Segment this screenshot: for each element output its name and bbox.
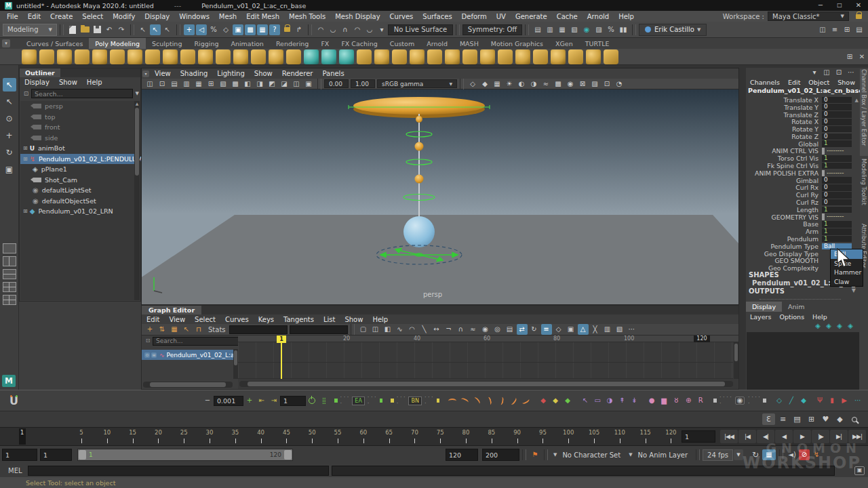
channel-row-translate-x[interactable]: Translate X0 bbox=[746, 96, 860, 104]
shelf-tab-rendering[interactable]: Rendering bbox=[270, 38, 315, 49]
time-tick-35[interactable]: 35 bbox=[225, 429, 245, 436]
plateau-tangent-icon[interactable] bbox=[520, 395, 531, 406]
outliner-item-side[interactable]: side bbox=[20, 133, 134, 144]
pin-channel-box-icon[interactable]: ⊡ bbox=[833, 67, 844, 78]
shelf-item-multi-cut-icon[interactable] bbox=[462, 49, 477, 64]
channel-row-pendulum[interactable]: Pendulum1 bbox=[746, 235, 860, 243]
shelf-tab-custom[interactable]: Custom bbox=[384, 38, 420, 49]
safe-action-icon[interactable]: ◫ bbox=[291, 79, 302, 89]
screen-space-ao-icon[interactable]: ◑ bbox=[528, 79, 539, 89]
post-infinity-icon[interactable]: ▧ bbox=[614, 324, 625, 335]
menu-surfaces[interactable]: Surfaces bbox=[418, 13, 456, 20]
default-in-tangent-icon[interactable]: ◉ bbox=[480, 324, 491, 335]
ge-menu-curves[interactable]: Curves bbox=[220, 316, 254, 323]
shelf-item-boolean-difference-icon[interactable] bbox=[321, 49, 336, 64]
wireframe-mode-icon[interactable]: ◇ bbox=[467, 79, 478, 89]
construction-history-icon[interactable]: ∩ bbox=[340, 24, 351, 35]
curve-snap-a-icon[interactable]: ◠ bbox=[352, 24, 363, 35]
layer-tab-display[interactable]: Display bbox=[746, 302, 782, 312]
layer-list-area[interactable] bbox=[747, 332, 859, 390]
blend-slider-end-icon[interactable] bbox=[437, 399, 440, 403]
animation-start-field[interactable] bbox=[2, 449, 37, 461]
walk-fwd-icon[interactable]: ↟ bbox=[616, 395, 627, 406]
four-pane-layout-button[interactable] bbox=[3, 282, 16, 292]
user-account-chip[interactable]: Erik Castillo▼ bbox=[639, 24, 707, 36]
snap-to-point-icon[interactable]: % bbox=[208, 24, 219, 35]
channel-row-geometry-vis[interactable]: GEOMETRY VIS-------- bbox=[746, 214, 860, 221]
single-pane-layout-button[interactable] bbox=[3, 243, 16, 253]
gamma-field[interactable]: 1.00 bbox=[351, 79, 375, 88]
step-back-frame-button[interactable]: ◀| bbox=[757, 430, 774, 443]
menu-curves[interactable]: Curves bbox=[385, 13, 418, 20]
ge-filter-icon[interactable]: ⊡ bbox=[144, 337, 152, 345]
symmetry-selector[interactable]: Symmetry: Off bbox=[462, 24, 522, 35]
two-d-pan-zoom-icon[interactable]: ⊞ bbox=[205, 79, 216, 89]
dropdown-option-claw[interactable]: Claw bbox=[831, 277, 863, 287]
channel-row-length[interactable]: Length1 bbox=[746, 206, 860, 214]
animbot-blend-slider[interactable]: · · · ·BN· · · · bbox=[391, 394, 439, 407]
viewport-menu-view[interactable]: View bbox=[150, 70, 176, 77]
shelf-tab-mash[interactable]: MASH bbox=[454, 38, 485, 49]
ge-bookmark-badge[interactable]: 120 bbox=[694, 336, 710, 342]
auto-frame-icon[interactable]: ⇄ bbox=[517, 324, 528, 335]
shelf-item-quad-draw-icon[interactable] bbox=[586, 49, 601, 64]
outputs-caret-icon[interactable]: ▼ bbox=[852, 287, 856, 293]
plateau-tangents-icon[interactable]: ∩ bbox=[456, 324, 467, 335]
layer-menu-layers[interactable]: Layers bbox=[746, 313, 775, 321]
time-tick-95[interactable]: 95 bbox=[532, 429, 553, 436]
move-tool-icon[interactable]: + bbox=[3, 129, 16, 142]
ge-menu-help[interactable]: Help bbox=[368, 316, 393, 323]
sidebar-tab-modeling-toolkit[interactable]: Modeling Toolkit bbox=[860, 159, 868, 220]
frame-playback-icon[interactable]: ◫ bbox=[370, 324, 381, 335]
channel-value-field[interactable]: 0 bbox=[822, 192, 852, 199]
outliner-item-front[interactable]: front bbox=[20, 122, 134, 133]
select-rig-icon[interactable]: ↖ bbox=[580, 395, 591, 406]
channel-value-field[interactable]: 0 bbox=[822, 134, 852, 140]
shelf-item-spherical-harmonics-icon[interactable] bbox=[269, 49, 283, 64]
clipboard-anim-icon[interactable]: ▮ bbox=[827, 395, 837, 406]
animation-end-field[interactable] bbox=[482, 449, 519, 461]
hypershade-icon[interactable]: ▧ bbox=[569, 24, 580, 35]
animbot-rig-tools-icon[interactable]: ⊞ bbox=[805, 413, 818, 425]
channel-row-arm[interactable]: Arm1 bbox=[746, 228, 860, 235]
shelf-hide-icon[interactable]: ✕ bbox=[856, 52, 867, 62]
time-tick-65[interactable]: 65 bbox=[379, 429, 399, 436]
command-result-field[interactable] bbox=[332, 466, 835, 476]
redo-icon[interactable]: ↷ bbox=[116, 24, 127, 35]
animbot-increment-button[interactable]: + bbox=[244, 395, 255, 406]
key-red-icon[interactable]: ◆ bbox=[538, 395, 549, 406]
channel-value-field[interactable]: 1 bbox=[822, 228, 852, 235]
linear-tangents-icon[interactable]: ╲ bbox=[419, 324, 430, 335]
tween-start-icon[interactable] bbox=[713, 399, 717, 403]
expand-toggle-icon[interactable]: ⊞ bbox=[23, 156, 28, 162]
ge-channel-item[interactable]: ⊙ ⊞ ∿ Pendulum_v01_02_L:ac_cn_ bbox=[142, 350, 238, 360]
break-tangents-icon[interactable]: ↻ bbox=[529, 324, 540, 335]
expand-toggle-icon[interactable]: ⊞ bbox=[23, 145, 28, 151]
ease-slider-end-icon[interactable] bbox=[380, 399, 383, 403]
shelf-item-separate-icon[interactable] bbox=[374, 49, 389, 64]
menu-help[interactable]: Help bbox=[614, 13, 639, 20]
camera-attributes-icon[interactable]: ▤ bbox=[169, 79, 180, 89]
menu-deform[interactable]: Deform bbox=[457, 13, 492, 20]
shelf-item-smooth-icon[interactable] bbox=[427, 49, 442, 64]
animbot-logo-icon[interactable]: U bbox=[9, 394, 18, 407]
move-layer-down-icon[interactable]: ◈ bbox=[824, 322, 833, 330]
outliner-search-caret-icon[interactable]: ▼ bbox=[136, 91, 139, 96]
time-tick-60[interactable]: 60 bbox=[353, 429, 374, 436]
resolution-gate-icon[interactable]: ◨ bbox=[254, 79, 265, 89]
pose-blend-icon[interactable]: ● bbox=[646, 395, 657, 406]
animbot-list-icon[interactable]: ▤ bbox=[791, 413, 804, 425]
evaluation-mode-icon[interactable]: ↯ bbox=[811, 449, 822, 460]
animbot-sliders-icon[interactable]: ≡ bbox=[776, 413, 789, 425]
world-bake-icon[interactable]: ⊕ bbox=[683, 395, 694, 406]
render-sequence-icon[interactable]: ▦ bbox=[557, 24, 568, 35]
channel-row-torso-ctrl-vis[interactable]: Torso Ctrl Vis1 bbox=[746, 155, 860, 162]
shelf-item-ultra-shape-icon[interactable] bbox=[286, 49, 301, 64]
manipulator-update-icon[interactable]: ⋯ bbox=[846, 67, 856, 78]
viewport-menu-lighting[interactable]: Lighting bbox=[212, 70, 249, 77]
animbot-expression-icon[interactable]: Ɛ bbox=[762, 413, 775, 425]
blend-slider-handle[interactable]: BN bbox=[408, 396, 421, 405]
channel-value-field[interactable]: 1 bbox=[822, 207, 852, 214]
channel-row-rotate-z[interactable]: Rotate Z0 bbox=[746, 133, 860, 140]
time-tick-105[interactable]: 105 bbox=[584, 429, 604, 436]
